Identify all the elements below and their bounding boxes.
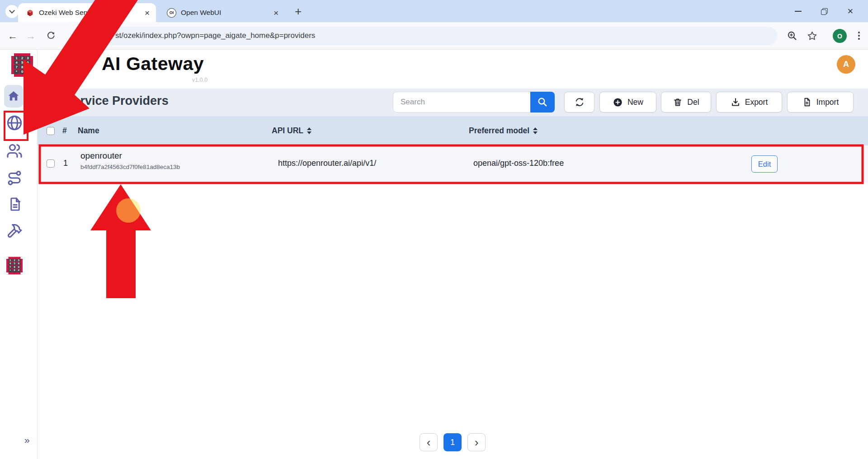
import-button-label: Import — [816, 98, 839, 107]
version-label: v1.0.0 — [192, 77, 208, 83]
minimize-icon — [795, 11, 802, 12]
select-all-checkbox[interactable] — [47, 127, 55, 135]
svg-text:5: 5 — [14, 262, 15, 265]
open-webui-icon: OI — [167, 8, 176, 18]
new-button[interactable]: New — [599, 92, 656, 112]
new-tab-button[interactable]: + — [295, 5, 302, 19]
svg-text:0: 0 — [21, 70, 23, 74]
provider-name: openrouter — [80, 151, 122, 161]
svg-text:7: 7 — [15, 65, 17, 69]
browser-menu-button[interactable] — [858, 35, 860, 37]
tab-ozeki-web-services[interactable]: Ozeki Web Services × — [18, 3, 156, 22]
route-icon — [6, 170, 23, 186]
zoom-in-icon — [787, 30, 798, 42]
minimize-button[interactable] — [785, 0, 811, 22]
sidebar-item-users[interactable] — [6, 142, 23, 159]
users-icon — [6, 143, 23, 159]
sidebar-item-documents[interactable] — [7, 196, 23, 213]
prev-page-button[interactable]: ‹ — [420, 433, 438, 451]
delete-button[interactable]: Del — [661, 92, 711, 112]
tab-open-webui[interactable]: OI Open WebUI × — [160, 3, 285, 22]
address-bar[interactable]: st/ozeki/index.php?owpn=page_aigate_home… — [71, 27, 778, 45]
close-icon[interactable]: × — [273, 9, 279, 17]
svg-text:5: 5 — [21, 61, 23, 65]
tab-title: Ozeki Web Services — [39, 9, 139, 17]
export-button-label: Export — [745, 98, 768, 107]
export-button[interactable]: Export — [716, 92, 782, 112]
next-page-button[interactable]: › — [467, 433, 486, 451]
bookmark-button[interactable] — [807, 30, 818, 43]
column-api-url-label: API URL — [272, 126, 303, 136]
sidebar-item-tools[interactable] — [6, 222, 23, 239]
current-page-button[interactable]: 1 — [443, 433, 462, 451]
ozeki-cube-icon — [25, 8, 34, 17]
sort-icon[interactable] — [307, 127, 311, 134]
zoom-button[interactable] — [787, 30, 798, 43]
svg-text:1: 1 — [9, 259, 11, 262]
ozeki-keypad-logo-small[interactable]: 123456789*0# — [6, 257, 23, 275]
restore-button[interactable] — [811, 0, 837, 22]
tab-title: Open WebUI — [181, 9, 268, 17]
svg-text:1: 1 — [15, 56, 17, 60]
file-import-icon — [802, 97, 812, 107]
provider-guid: b4fddf7a2f4563cd7f0fe81ad8eca13b — [80, 164, 180, 170]
restore-icon — [821, 8, 827, 14]
page-title: AI Gateway — [102, 53, 204, 75]
url-text: st/ozeki/index.php?owpn=page_aigate_home… — [115, 31, 315, 40]
svg-text:*: * — [16, 70, 17, 74]
refresh-icon — [574, 97, 585, 108]
svg-text:7: 7 — [9, 266, 11, 268]
close-icon[interactable]: × — [144, 9, 151, 17]
user-avatar[interactable]: A — [837, 55, 855, 74]
svg-text:3: 3 — [27, 56, 28, 60]
back-button[interactable]: ← — [4, 22, 22, 50]
search-button[interactable] — [530, 92, 555, 112]
svg-text:2: 2 — [21, 56, 23, 60]
table-row[interactable]: 1 openrouter b4fddf7a2f4563cd7f0fe81ad8e… — [38, 145, 868, 183]
main-content: 123456789*0# AI Gateway v1.0.0 A AI Serv… — [38, 50, 868, 459]
svg-text:8: 8 — [21, 65, 23, 69]
row-checkbox[interactable] — [47, 159, 55, 168]
refresh-button[interactable] — [564, 92, 594, 112]
section-heading: AI Service Providers — [50, 94, 169, 108]
search-input[interactable] — [393, 92, 530, 112]
providers-toolbar: AI Service Providers New Del Export — [38, 89, 868, 116]
svg-text:3: 3 — [18, 259, 19, 262]
sidebar: 123456789*0# » — [0, 50, 38, 459]
import-button[interactable]: Import — [787, 92, 854, 112]
provider-api-url: https://openrouter.ai/api/v1/ — [278, 159, 376, 168]
home-icon — [7, 89, 20, 103]
row-index: 1 — [63, 159, 68, 168]
column-preferred-model-label: Preferred model — [469, 126, 529, 136]
svg-text:9: 9 — [27, 65, 28, 69]
browser-profile-avatar[interactable]: O — [833, 29, 847, 43]
svg-text:2: 2 — [14, 259, 15, 262]
reload-icon — [46, 31, 56, 41]
ozeki-keypad-logo: 123456789*0# — [11, 53, 33, 79]
sidebar-expand-button[interactable]: » — [24, 435, 30, 445]
window-controls: × — [785, 0, 863, 22]
app-window: 123456789*0# » 123456789*0# AI Gateway v… — [0, 50, 868, 459]
sort-icon[interactable] — [533, 127, 538, 134]
document-icon — [7, 196, 23, 212]
sidebar-item-routes[interactable] — [6, 169, 23, 187]
delete-button-label: Del — [687, 98, 699, 107]
column-name[interactable]: Name — [78, 126, 99, 136]
sidebar-item-providers[interactable] — [6, 114, 23, 131]
provider-preferred-model: openai/gpt-oss-120b:free — [473, 159, 564, 168]
edit-button[interactable]: Edit — [751, 155, 778, 173]
reload-button[interactable] — [42, 22, 60, 50]
column-preferred-model[interactable]: Preferred model — [469, 126, 538, 136]
new-button-label: New — [627, 98, 643, 107]
pagination: ‹ 1 › — [420, 433, 486, 451]
close-window-button[interactable]: × — [837, 0, 863, 22]
svg-text:8: 8 — [14, 266, 15, 268]
column-api-url[interactable]: API URL — [272, 126, 311, 136]
tab-search-button[interactable] — [5, 5, 19, 18]
info-icon[interactable] — [78, 31, 89, 43]
svg-text:6: 6 — [27, 61, 28, 65]
sidebar-item-home[interactable] — [4, 85, 23, 108]
column-index[interactable]: # — [62, 126, 67, 136]
app-header: 123456789*0# AI Gateway v1.0.0 A — [38, 50, 868, 89]
table-header: # Name API URL Preferred model — [38, 116, 868, 145]
